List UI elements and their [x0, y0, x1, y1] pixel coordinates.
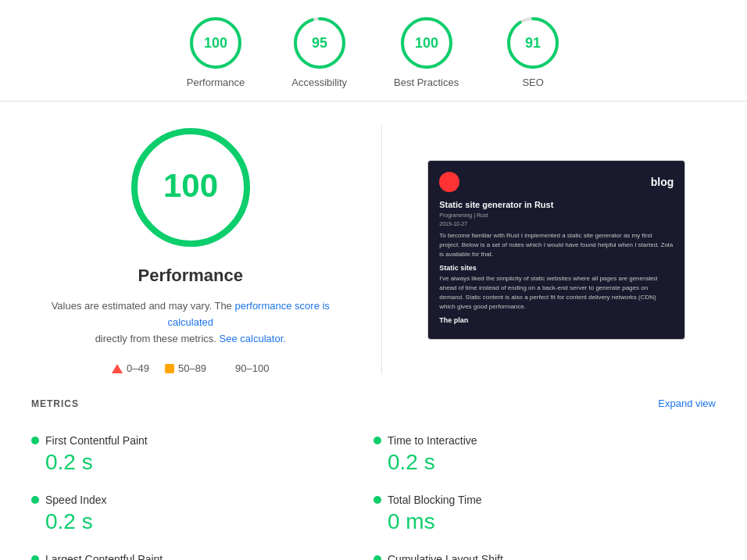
legend-fail-label: 0–49 [127, 362, 149, 374]
score-item-performance[interactable]: 100 Performance [187, 16, 245, 88]
metric-name: Time to Interactive [388, 434, 477, 447]
metric-name-row: Speed Index [31, 494, 342, 506]
metric-name-row: Cumulative Layout Shift [374, 553, 716, 560]
blog-section1-title: Static sites [439, 264, 674, 272]
calculator-link[interactable]: See calculator. [220, 333, 286, 344]
metric-name: First Contentful Paint [45, 434, 148, 447]
metric-name-row: Total Blocking Time [374, 494, 716, 506]
legend-average: 50–89 [165, 362, 206, 374]
metric-name: Total Blocking Time [388, 494, 482, 506]
top-scores-bar: 100 Performance 95 Accessibility 100 Bes… [0, 0, 747, 102]
blog-intro: To become familiar with Rust I implement… [439, 231, 674, 259]
blog-post-title: Static site generator in Rust [439, 200, 674, 209]
right-panel: blog Static site generator in Rust Progr… [398, 125, 717, 374]
metrics-header: METRICS Expand view [31, 398, 716, 409]
legend-pass: 90–100 [222, 362, 269, 374]
svg-text:95: 95 [312, 35, 327, 51]
blog-logo-dot [439, 172, 459, 192]
panel-divider [381, 125, 382, 374]
metric-value: 0 ms [374, 509, 716, 534]
metric-value: 0.2 s [31, 450, 342, 475]
score-label-best-practices: Best Practices [394, 77, 459, 88]
metrics-grid: First Contentful Paint 0.2 s Time to Int… [31, 425, 716, 560]
score-label-performance: Performance [187, 77, 245, 88]
metric-item: Total Blocking Time 0 ms [374, 484, 716, 544]
metric-status-dot [374, 437, 381, 444]
score-label-seo: SEO [522, 77, 543, 88]
blog-date: 2019-10-27 [439, 221, 674, 226]
metrics-section: METRICS Expand view First Contentful Pai… [0, 398, 747, 560]
metric-name: Speed Index [45, 494, 107, 506]
metric-item: Speed Index 0.2 s [31, 484, 374, 544]
metrics-title: METRICS [31, 398, 79, 409]
blog-title: blog [651, 176, 674, 188]
metric-status-dot [31, 496, 39, 504]
score-item-seo[interactable]: 91 SEO [506, 16, 560, 88]
legend-fail: 0–49 [112, 362, 149, 374]
svg-text:100: 100 [163, 167, 218, 204]
legend: 0–49 50–89 90–100 [112, 362, 269, 374]
blog-preview-content: blog Static site generator in Rust Progr… [439, 172, 674, 328]
blog-tag: Programming | Rust [439, 212, 674, 218]
svg-text:100: 100 [204, 35, 227, 51]
main-content: 100 Performance Values are estimated and… [0, 102, 747, 398]
legend-pass-label: 90–100 [235, 362, 269, 374]
legend-average-label: 50–89 [178, 362, 206, 374]
score-label-accessibility: Accessibility [291, 77, 347, 88]
performance-title: Performance [138, 266, 243, 286]
score-circle-best-practices: 100 [399, 16, 454, 70]
score-circle-performance: 100 [188, 16, 243, 70]
metric-value: 0.2 s [374, 450, 716, 475]
score-item-best-practices[interactable]: 100 Best Practices [394, 16, 459, 88]
score-item-accessibility[interactable]: 95 Accessibility [291, 16, 347, 88]
values-note: Values are estimated and may vary. The p… [31, 298, 350, 347]
blog-section1-text: I've always liked the simplicity of stat… [439, 274, 674, 312]
metric-name-row: First Contentful Paint [31, 434, 342, 447]
metric-item: Time to Interactive 0.2 s [374, 425, 716, 484]
legend-fail-icon [112, 364, 123, 373]
metric-name: Largest Contentful Paint [45, 553, 163, 560]
metric-status-dot [31, 555, 39, 560]
big-score-circle: 100 [128, 125, 253, 250]
metric-status-dot [374, 496, 381, 504]
metric-status-dot [31, 437, 39, 444]
svg-text:91: 91 [525, 35, 541, 51]
site-screenshot: blog Static site generator in Rust Progr… [427, 160, 685, 340]
metric-name-row: Largest Contentful Paint [31, 553, 342, 560]
metric-item: Cumulative Layout Shift 0.016 [374, 544, 716, 560]
left-panel: 100 Performance Values are estimated and… [31, 125, 366, 374]
metric-name-row: Time to Interactive [374, 434, 716, 447]
score-circle-seo: 91 [506, 16, 560, 70]
legend-average-icon [165, 364, 174, 373]
metric-value: 0.2 s [31, 509, 342, 534]
metric-name: Cumulative Layout Shift [388, 553, 503, 560]
score-circle-accessibility: 95 [292, 16, 347, 70]
svg-text:100: 100 [415, 35, 438, 51]
metric-item: Largest Contentful Paint 0.5 s [31, 544, 374, 560]
blog-section2-title: The plan [439, 316, 674, 324]
legend-pass-icon [222, 364, 231, 373]
metric-status-dot [374, 555, 381, 560]
metric-item: First Contentful Paint 0.2 s [31, 425, 374, 484]
expand-view-link[interactable]: Expand view [658, 398, 716, 409]
